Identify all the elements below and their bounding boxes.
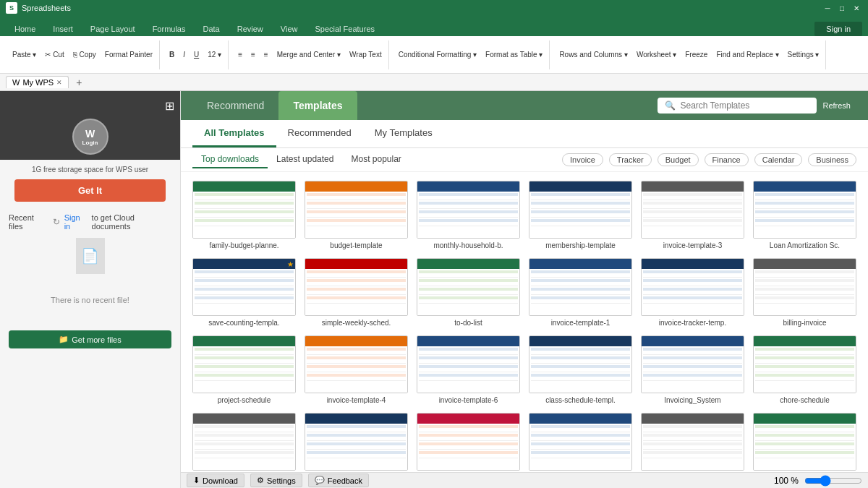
tab-insert[interactable]: Insert bbox=[44, 22, 82, 36]
paste-btn[interactable]: Paste ▾ bbox=[9, 48, 40, 61]
template-card[interactable]: invoice-template-3 bbox=[641, 181, 744, 249]
merge-btn[interactable]: Merge and Center ▾ bbox=[273, 48, 344, 61]
toolbar-group-format: Conditional Formatting ▾ Format as Table… bbox=[392, 40, 550, 69]
rows-cols-btn[interactable]: Rows and Columns ▾ bbox=[556, 48, 631, 61]
tab-recommend[interactable]: Recommend bbox=[192, 91, 278, 120]
template-card[interactable]: template-row3-3 bbox=[753, 413, 856, 472]
template-name: invoice-template-6 bbox=[417, 396, 520, 404]
feedback-button[interactable]: 💬 Feedback bbox=[308, 474, 369, 487]
tab-special-features[interactable]: Special Features bbox=[306, 22, 383, 36]
main-area: ⊞ W Login 1G free storage space for WPS … bbox=[0, 91, 868, 488]
app-icon: S bbox=[6, 2, 17, 14]
template-card[interactable]: class-schedule-templ. bbox=[529, 335, 632, 404]
template-card[interactable]: family-budget-planne. bbox=[192, 181, 296, 249]
bold-btn[interactable]: B bbox=[166, 48, 178, 61]
template-card[interactable]: invoice-tracker-temp. bbox=[641, 258, 744, 327]
tab-formulas[interactable]: Formulas bbox=[144, 22, 195, 36]
worksheet-btn[interactable]: Worksheet ▾ bbox=[633, 48, 680, 61]
align-left-btn[interactable]: ≡ bbox=[234, 48, 246, 61]
maximize-btn[interactable]: □ bbox=[836, 2, 848, 14]
close-tab-icon[interactable]: ✕ bbox=[56, 79, 62, 86]
add-tab-button[interactable]: + bbox=[72, 75, 86, 90]
refresh-button[interactable]: Refresh bbox=[817, 98, 856, 113]
template-card[interactable]: membership-template bbox=[529, 181, 632, 249]
template-card[interactable]: simple-weekly-sched. bbox=[305, 258, 408, 327]
template-card[interactable]: Invoicing_System bbox=[641, 335, 744, 404]
tab-page-layout[interactable]: Page Layout bbox=[82, 22, 144, 36]
minimize-btn[interactable]: ─ bbox=[822, 2, 833, 14]
template-card[interactable]: Loan Amortization Sc. bbox=[753, 181, 856, 249]
tab-home[interactable]: Home bbox=[6, 22, 44, 36]
format-table-btn[interactable]: Format as Table ▾ bbox=[482, 48, 546, 61]
template-name: save-counting-templa. bbox=[192, 319, 296, 327]
conditional-format-btn[interactable]: Conditional Formatting ▾ bbox=[395, 48, 480, 61]
tab-review[interactable]: Review bbox=[229, 22, 272, 36]
sign-in-button[interactable]: Sign in bbox=[814, 22, 862, 36]
format-painter-btn[interactable]: Format Painter bbox=[101, 48, 156, 61]
close-btn[interactable]: ✕ bbox=[851, 2, 862, 14]
template-card[interactable]: budget-template bbox=[305, 181, 408, 249]
get-it-button[interactable]: Get It bbox=[14, 179, 166, 202]
window-controls: ─ □ ✕ bbox=[822, 2, 862, 14]
filter-all-templates[interactable]: All Templates bbox=[192, 120, 276, 147]
align-center-btn[interactable]: ≡ bbox=[247, 48, 259, 61]
template-card[interactable]: template-row3-2 bbox=[641, 413, 744, 472]
italic-btn[interactable]: I bbox=[179, 48, 189, 61]
tag-finance[interactable]: Finance bbox=[705, 153, 749, 166]
ribbon-tabs: Home Insert Page Layout Formulas Data Re… bbox=[0, 16, 868, 36]
grid-menu-icon[interactable]: ⊞ bbox=[165, 99, 174, 113]
align-right-btn[interactable]: ≡ bbox=[260, 48, 272, 61]
template-card[interactable]: project-schedule bbox=[192, 335, 296, 404]
template-grid-container: family-budget-planne. budget-template bbox=[181, 172, 868, 472]
sidebar-header: ⊞ W Login bbox=[0, 91, 180, 160]
avatar[interactable]: W Login bbox=[72, 119, 109, 155]
tag-business[interactable]: Business bbox=[808, 153, 856, 166]
file-tab[interactable]: W My WPS ✕ bbox=[6, 76, 69, 88]
toolbar-group-file: Paste ▾ ✂ Cut ⎘ Copy Format Painter bbox=[6, 40, 160, 69]
font-size-btn[interactable]: 12 ▾ bbox=[204, 48, 225, 61]
template-card[interactable]: invoice-template-6 bbox=[417, 335, 520, 404]
template-grid: family-budget-planne. budget-template bbox=[192, 181, 856, 472]
template-card[interactable]: Project_Management bbox=[305, 413, 408, 472]
template-card[interactable]: invoice-template-1 bbox=[529, 258, 632, 327]
sub-filter-top-downloads[interactable]: Top downloads bbox=[192, 151, 268, 168]
category-tags: Invoice Tracker Budget Finance Calendar … bbox=[562, 153, 856, 166]
find-replace-btn[interactable]: Find and Replace ▾ bbox=[712, 48, 782, 61]
download-button[interactable]: ⬇ Download bbox=[187, 474, 244, 487]
filter-recommended[interactable]: Recommended bbox=[276, 120, 363, 147]
template-card[interactable]: chore-schedule bbox=[753, 335, 856, 404]
tag-invoice[interactable]: Invoice bbox=[562, 153, 603, 166]
filter-my-templates[interactable]: My Templates bbox=[363, 120, 444, 147]
template-card[interactable]: billing-invoice bbox=[753, 258, 856, 327]
sub-filter-latest-updated[interactable]: Latest updated bbox=[268, 151, 342, 168]
tag-calendar[interactable]: Calendar bbox=[754, 153, 803, 166]
get-more-files-button[interactable]: 📁 Get more files bbox=[9, 330, 171, 348]
underline-btn[interactable]: U bbox=[190, 48, 203, 61]
template-name: chore-schedule bbox=[753, 396, 856, 404]
freeze-btn[interactable]: Freeze bbox=[681, 48, 711, 61]
title-bar: S Spreadsheets ─ □ ✕ bbox=[0, 0, 868, 16]
copy-btn[interactable]: ⎘ Copy bbox=[69, 48, 100, 61]
tag-tracker[interactable]: Tracker bbox=[609, 153, 652, 166]
search-input[interactable] bbox=[680, 100, 809, 111]
tab-view[interactable]: View bbox=[272, 22, 307, 36]
settings-button[interactable]: ⚙ Settings bbox=[250, 474, 302, 487]
sub-filter-most-popular[interactable]: Most popular bbox=[342, 151, 409, 168]
template-card[interactable]: template-row3-1 bbox=[529, 413, 632, 472]
template-card[interactable]: to-do-list bbox=[417, 258, 520, 327]
template-card[interactable]: monthly-household-b. bbox=[417, 181, 520, 249]
search-bar: 🔍 bbox=[658, 98, 817, 114]
tab-templates[interactable]: Templates bbox=[278, 91, 357, 120]
settings-ribbon-btn[interactable]: Settings ▾ bbox=[784, 48, 823, 61]
wrap-btn[interactable]: Wrap Text bbox=[346, 48, 386, 61]
tag-budget[interactable]: Budget bbox=[658, 153, 699, 166]
sidebar-sign-in-link[interactable]: Sign in bbox=[64, 213, 88, 231]
tab-data[interactable]: Data bbox=[194, 22, 228, 36]
template-card[interactable]: invoice-template-4 bbox=[305, 335, 408, 404]
file-placeholder-icon: 📄 bbox=[76, 238, 105, 274]
template-card[interactable]: ★save-counting-templa. bbox=[192, 258, 296, 327]
template-card[interactable]: wedding-budget bbox=[417, 413, 520, 472]
zoom-slider[interactable] bbox=[804, 475, 862, 487]
cut-btn[interactable]: ✂ Cut bbox=[41, 48, 67, 61]
template-card[interactable]: employee-schedule bbox=[192, 413, 296, 472]
